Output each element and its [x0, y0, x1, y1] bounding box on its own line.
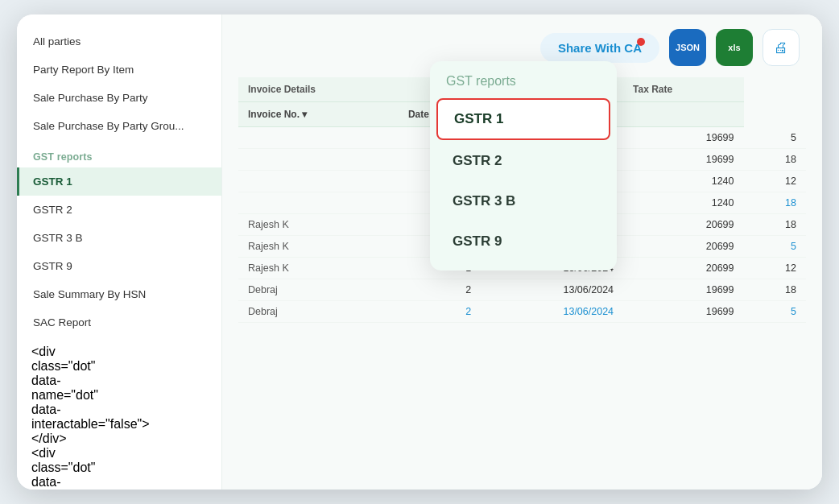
- cell-value: 19699: [623, 149, 743, 171]
- gst-reports-dropdown: GST reports GSTR 1 GSTR 2 GSTR 3 B GSTR …: [430, 61, 617, 271]
- col-tax-rate: [623, 102, 743, 127]
- tax-rate-header: Tax Rate: [623, 77, 743, 102]
- xls-export-button[interactable]: xls: [716, 29, 753, 66]
- share-with-ca-button[interactable]: Share With CA: [540, 33, 659, 63]
- sidebar-item-sale-summary-hsn[interactable]: Sale Summary By HSN: [17, 280, 221, 308]
- cell-tax-rate: 18: [744, 192, 807, 214]
- gst-reports-section-label: GST reports: [17, 140, 221, 167]
- cell-value: 1240: [623, 171, 743, 192]
- cell-tax-rate: 5: [744, 236, 807, 258]
- cell-value: 20699: [623, 214, 743, 236]
- cell-party-name: Debraj: [238, 279, 399, 301]
- cell-tax-rate: 18: [744, 149, 807, 171]
- json-label: JSON: [676, 43, 700, 52]
- share-with-ca-label: Share With CA: [558, 41, 642, 55]
- cell-value: 20699: [623, 236, 743, 258]
- notification-dot: [637, 38, 645, 46]
- cell-party-name: [238, 127, 399, 149]
- dropdown-title: GST reports: [430, 74, 617, 97]
- cell-party-name: Rajesh K: [238, 258, 399, 279]
- sidebar-item-gstr2[interactable]: GSTR 2: [17, 196, 221, 224]
- json-export-button[interactable]: JSON: [669, 29, 706, 66]
- cell-date: 13/06/2024: [481, 301, 623, 323]
- sidebar: All parties Party Report By Item Sale Pu…: [17, 14, 222, 490]
- dropdown-item-gstr1[interactable]: GSTR 1: [436, 98, 610, 140]
- table-row: Debraj213/06/20241969918: [238, 279, 806, 301]
- cell-value: 20699: [623, 258, 743, 279]
- dropdown-item-gstr9[interactable]: GSTR 9: [436, 222, 610, 261]
- print-button[interactable]: 🖨: [763, 29, 800, 66]
- cell-tax-rate: 18: [744, 279, 807, 301]
- dropdown-item-gstr3b[interactable]: GSTR 3 B: [436, 182, 610, 221]
- sidebar-item-sale-purchase-by-party[interactable]: Sale Purchase By Party: [17, 84, 221, 112]
- cell-tax-rate: 12: [744, 258, 807, 279]
- cell-date: 13/06/2024: [481, 279, 623, 301]
- sidebar-item-all-parties[interactable]: All parties: [17, 27, 221, 56]
- sidebar-item-gstr3b[interactable]: GSTR 3 B: [17, 224, 221, 252]
- cell-tax-rate: 18: [744, 214, 807, 236]
- cell-invoice-no: 2: [399, 301, 481, 323]
- main-content: Share With CA JSON xls 🖨 Invoice Details…: [222, 14, 822, 490]
- cell-party-name: [238, 192, 399, 214]
- cell-tax-rate: 12: [744, 171, 807, 192]
- cell-party-name: Rajesh K: [238, 236, 399, 258]
- sidebar-item-party-report-by-item[interactable]: Party Report By Item: [17, 56, 221, 84]
- sidebar-item-sac-report[interactable]: SAC Report: [17, 308, 221, 337]
- xls-label: xls: [728, 43, 740, 52]
- cell-invoice-no: 2: [399, 279, 481, 301]
- cell-party-name: [238, 149, 399, 171]
- cell-tax-rate: 5: [744, 301, 807, 323]
- printer-icon: 🖨: [774, 39, 788, 56]
- table-row: Debraj213/06/2024196995: [238, 301, 806, 323]
- sidebar-item-gstr1[interactable]: GSTR 1: [17, 167, 221, 196]
- cell-tax-rate: 5: [744, 127, 807, 149]
- dropdown-item-gstr2[interactable]: GSTR 2: [436, 142, 610, 180]
- sidebar-item-sale-purchase-by-party-group[interactable]: Sale Purchase By Party Grou...: [17, 112, 221, 140]
- cell-value: 19699: [623, 301, 743, 323]
- cell-value: 1240: [623, 192, 743, 214]
- decorative-dots: <div class="dot" data-name="dot" data-in…: [17, 337, 221, 490]
- col-invoice-no[interactable]: Invoice No. ▾: [238, 102, 399, 127]
- app-container: All parties Party Report By Item Sale Pu…: [17, 14, 822, 490]
- sidebar-item-gstr9[interactable]: GSTR 9: [17, 252, 221, 280]
- cell-party-name: [238, 171, 399, 192]
- cell-value: 19699: [623, 279, 743, 301]
- cell-party-name: Debraj: [238, 301, 399, 323]
- cell-party-name: Rajesh K: [238, 214, 399, 236]
- cell-value: 19699: [623, 127, 743, 149]
